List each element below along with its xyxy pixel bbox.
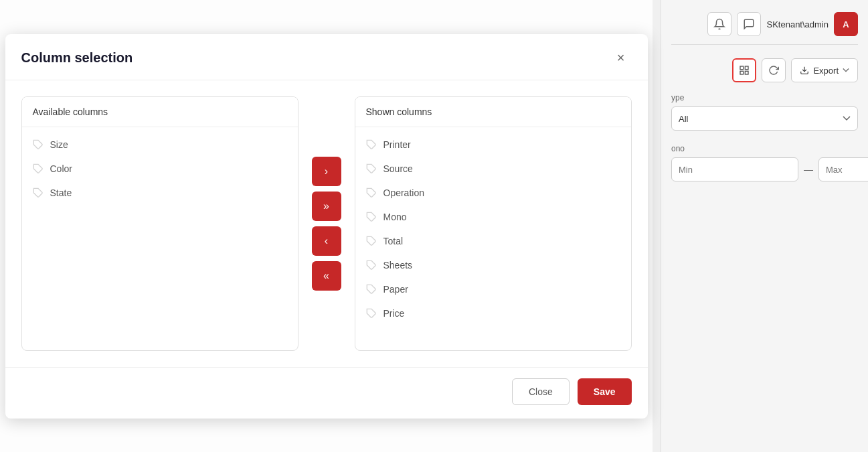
user-avatar[interactable]: A [834,12,858,36]
type-filter-label: ype [671,93,858,102]
tag-icon-mono [366,212,377,222]
shown-item-printer[interactable]: Printer [355,133,631,157]
shown-item-price[interactable]: Price [355,301,631,325]
tag-icon-printer [366,139,377,150]
tag-icon-state [33,187,44,198]
tag-icon-source [366,163,377,174]
dialog-footer: Close Save [5,367,648,419]
shown-item-total-label: Total [383,236,404,246]
shown-item-operation-label: Operation [383,187,424,198]
message-icon[interactable] [737,12,761,36]
shown-columns-panel: Shown columns Printer [355,96,632,351]
dialog-title: Column selection [21,50,133,66]
footer-save-button[interactable]: Save [578,378,632,405]
transfer-buttons: › » ‹ « [298,96,355,351]
move-all-left-button[interactable]: « [312,261,341,291]
shown-item-sheets-label: Sheets [383,260,413,271]
shown-item-paper[interactable]: Paper [355,277,631,301]
shown-item-operation[interactable]: Operation [355,181,631,205]
available-item-state[interactable]: State [22,181,298,205]
tag-icon-total [366,236,377,246]
tag-icon-sheets [366,260,377,271]
move-right-button[interactable]: › [312,157,341,186]
user-label: SKtenant\admin [766,19,829,29]
svg-rect-0 [740,66,744,70]
available-item-color-label: Color [50,163,72,174]
available-columns-list: Size Color State [22,127,298,210]
export-button[interactable]: Export [791,58,858,82]
tag-icon-paper [366,284,377,295]
svg-rect-3 [740,71,744,74]
available-columns-header: Available columns [22,97,298,127]
move-left-button[interactable]: ‹ [312,226,341,256]
dialog-header: Column selection × [5,34,648,80]
mono-max-input[interactable] [818,157,868,181]
export-label: Export [813,66,839,76]
available-columns-panel: Available columns Size [21,96,298,351]
tag-icon-operation [366,187,377,198]
svg-rect-1 [746,66,749,70]
column-selection-dialog: Column selection × Available columns Siz… [5,34,648,419]
available-item-size[interactable]: Size [22,133,298,157]
shown-columns-list: Printer Source Opera [355,127,631,331]
type-filter-select[interactable]: All Type A Type B [671,106,858,131]
shown-item-mono[interactable]: Mono [355,205,631,229]
shown-item-sheets[interactable]: Sheets [355,253,631,277]
shown-item-source[interactable]: Source [355,157,631,181]
tag-icon-size [33,139,44,150]
shown-item-price-label: Price [383,308,405,319]
shown-item-printer-label: Printer [383,139,411,150]
range-separator: — [804,164,813,175]
available-item-state-label: State [50,187,72,198]
shown-item-source-label: Source [383,163,413,174]
dialog-close-button[interactable]: × [610,48,632,69]
shown-item-paper-label: Paper [383,284,408,295]
shown-item-mono-label: Mono [383,212,407,222]
svg-rect-2 [746,71,749,74]
mono-min-input[interactable] [671,157,798,181]
mono-filter-label: ono [671,144,858,153]
refresh-icon[interactable] [762,58,786,82]
available-item-size-label: Size [50,139,68,150]
shown-columns-header: Shown columns [355,97,631,127]
dialog-body: Available columns Size [5,80,648,367]
tag-icon-color [33,163,44,174]
notification-icon[interactable] [707,12,731,36]
available-item-color[interactable]: Color [22,157,298,181]
column-selection-icon[interactable] [732,58,756,82]
footer-close-button[interactable]: Close [512,378,570,405]
move-all-right-button[interactable]: » [312,192,341,221]
shown-item-total[interactable]: Total [355,229,631,253]
tag-icon-price [366,308,377,319]
